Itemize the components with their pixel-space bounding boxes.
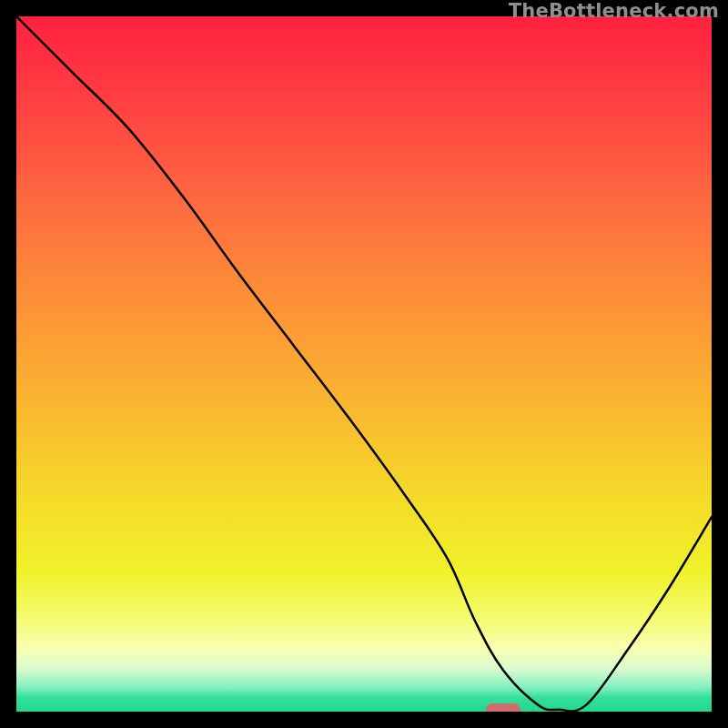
plot-area (16, 16, 712, 712)
chart-frame: TheBottleneck.com (0, 0, 728, 728)
optimum-marker (486, 703, 521, 712)
data-curve (16, 16, 712, 712)
watermark-text: TheBottleneck.com (509, 0, 719, 22)
